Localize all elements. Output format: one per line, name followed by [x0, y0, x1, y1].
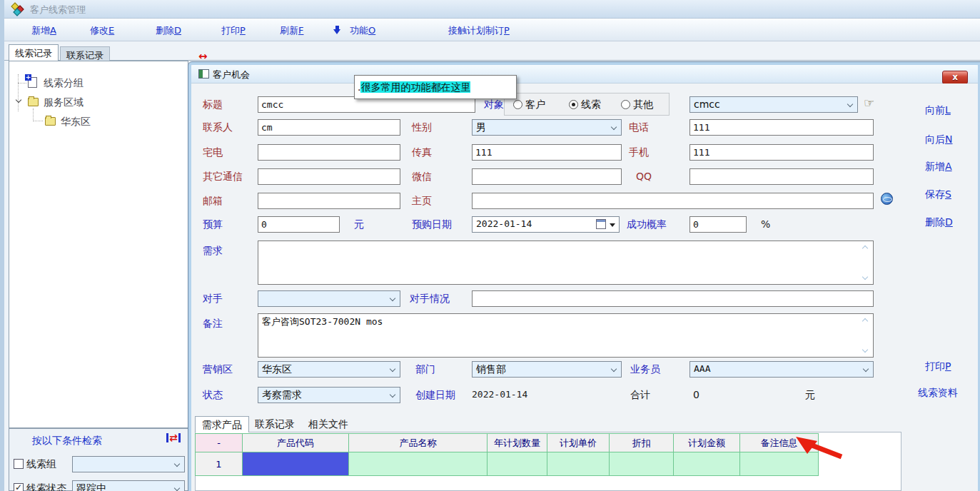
expander-chevron-icon[interactable] — [16, 97, 21, 103]
header-annual-plan-qty[interactable]: 年计划数量 — [488, 434, 547, 452]
tree-item-huadong[interactable]: 华东区 — [61, 116, 91, 128]
plan-amount-cell[interactable] — [674, 452, 740, 476]
tab-lead-records[interactable]: 线索记录 — [9, 44, 59, 61]
toolbar-contact-plan-button[interactable]: 接触计划制订P — [448, 24, 510, 37]
folder-icon — [28, 98, 39, 106]
dialog-title: 客户机会 — [213, 69, 250, 81]
header-minus[interactable]: - — [196, 434, 243, 452]
mobile-label: 手机 — [629, 146, 649, 159]
homepage-input[interactable] — [472, 193, 874, 209]
splitter-handle-icon[interactable]: ↔ — [198, 50, 208, 63]
tree-item-service-region[interactable]: 服务区域 — [44, 96, 84, 109]
total-label: 合计 — [630, 389, 650, 402]
purchase-date-picker[interactable]: 2022-01-14 — [472, 216, 620, 233]
dialog-body: 标题 对象 客户 线索 其他 cmcc ☞ 联系人 性别 男 电话 — [191, 83, 978, 491]
department-combo[interactable]: 销售部 — [472, 361, 622, 378]
qq-input[interactable] — [689, 168, 874, 185]
tree-connector — [33, 108, 43, 121]
toolbar-print-button[interactable]: 打印P — [221, 24, 246, 37]
annual-plan-qty-cell[interactable] — [488, 452, 547, 476]
product-name-cell[interactable] — [349, 452, 488, 476]
tab-contact-records[interactable]: 联系记录 — [60, 46, 110, 61]
toolbar-refresh-button[interactable]: 刷新F — [280, 24, 303, 37]
contact-input[interactable] — [258, 119, 400, 136]
create-date-label: 创建日期 — [415, 389, 455, 402]
header-discount[interactable]: 折扣 — [610, 434, 674, 452]
date-dropdown-arrow-icon — [610, 223, 615, 227]
wechat-input[interactable] — [472, 168, 622, 185]
email-input[interactable] — [258, 193, 400, 209]
chevron-down-icon — [174, 461, 180, 467]
toolbar-edit-button[interactable]: 修改E — [90, 24, 114, 37]
gender-combo[interactable]: 男 — [472, 119, 622, 136]
delete-button[interactable]: 删除D — [925, 216, 953, 229]
mobile-input[interactable] — [689, 144, 874, 161]
header-plan-price[interactable]: 计划单价 — [547, 434, 610, 452]
lead-tree-panel: 线索分组 服务区域 华东区 — [9, 61, 188, 428]
search-condition-panel: 按以下条件检索 ⇄ 线索组 线索状态 跟踪中 — [9, 428, 188, 491]
lead-status-checkbox[interactable] — [14, 483, 24, 491]
phone-input[interactable] — [689, 119, 874, 136]
success-rate-unit: % — [761, 218, 770, 230]
lead-group-checkbox[interactable] — [14, 459, 24, 469]
toolbar-delete-button[interactable]: 删除D — [156, 24, 181, 37]
prev-button[interactable]: 向前L — [925, 104, 951, 117]
tree-item-lead-group[interactable]: 线索分组 — [44, 77, 84, 90]
swap-arrows-icon[interactable]: ⇄ — [166, 433, 181, 442]
next-button[interactable]: 向后N — [925, 133, 952, 146]
header-product-code[interactable]: 产品代码 — [243, 434, 349, 452]
chevron-down-icon — [390, 366, 395, 372]
tab-contact-log[interactable]: 联系记录 — [248, 416, 301, 432]
demand-textarea[interactable] — [258, 241, 874, 285]
lead-group-icon — [28, 77, 37, 88]
product-table-header-row: - 产品代码 产品名称 年计划数量 计划单价 折扣 计划金额 备注信息 — [196, 434, 819, 452]
other-comm-label: 其它通信 — [203, 171, 243, 183]
plan-price-cell[interactable] — [547, 452, 610, 476]
discount-cell[interactable] — [610, 452, 674, 476]
row-number-cell[interactable]: 1 — [196, 452, 243, 476]
salesman-combo[interactable]: AAA — [689, 361, 874, 378]
close-button[interactable]: x — [942, 71, 968, 84]
rival-info-input[interactable] — [472, 290, 874, 307]
contact-label: 联系人 — [203, 121, 233, 134]
dialog-titlebar: 客户机会 — [191, 65, 978, 83]
hand-pointer-icon[interactable]: ☞ — [864, 96, 874, 110]
chevron-down-icon — [847, 101, 853, 107]
success-rate-input[interactable] — [689, 216, 747, 233]
rival-combo[interactable] — [258, 290, 400, 307]
tab-related-files[interactable]: 相关文件 — [302, 416, 355, 432]
budget-input[interactable] — [258, 216, 340, 233]
globe-icon[interactable] — [881, 193, 893, 205]
lead-status-filter-combo[interactable]: 跟踪中 — [72, 480, 185, 491]
chevron-down-icon — [611, 366, 617, 372]
tooltip: .很多常用的功能都在这里 — [354, 75, 517, 99]
header-product-name[interactable]: 产品名称 — [349, 434, 488, 452]
window-title: 客户线索管理 — [30, 4, 86, 16]
home-phone-input[interactable] — [258, 144, 400, 161]
radio-lead[interactable] — [569, 100, 578, 109]
save-button[interactable]: 保存S — [925, 188, 951, 201]
product-code-cell-selected[interactable] — [243, 452, 349, 476]
lead-info-button[interactable]: 线索资料 — [918, 387, 958, 400]
target-combo[interactable]: cmcc — [689, 96, 858, 113]
chevron-down-icon — [863, 366, 869, 372]
fax-input[interactable] — [472, 144, 622, 161]
lead-group-filter-combo[interactable] — [72, 456, 185, 472]
status-combo[interactable]: 考察需求 — [258, 387, 400, 403]
other-comm-input[interactable] — [258, 168, 400, 185]
chevron-down-icon — [611, 124, 617, 130]
toolbar-add-button[interactable]: 新增A — [31, 24, 56, 37]
add-button[interactable]: 新增A — [925, 161, 952, 173]
radio-customer[interactable] — [513, 100, 522, 109]
rival-info-label: 对手情况 — [410, 293, 450, 305]
demand-label: 需求 — [203, 245, 223, 258]
print-button[interactable]: 打印P — [925, 360, 951, 373]
remark-textarea[interactable]: 客户咨询SOT23-7002N mos — [258, 313, 874, 358]
region-combo[interactable]: 华东区 — [258, 361, 400, 378]
radio-other[interactable] — [621, 100, 630, 109]
tab-demand-products[interactable]: 需求产品 — [195, 416, 249, 432]
header-plan-amount[interactable]: 计划金额 — [674, 434, 740, 452]
toolbar-functions-button[interactable]: 功能O — [350, 24, 375, 37]
window-titlebar: 客户线索管理 — [4, 0, 980, 19]
gender-label: 性别 — [412, 121, 432, 134]
